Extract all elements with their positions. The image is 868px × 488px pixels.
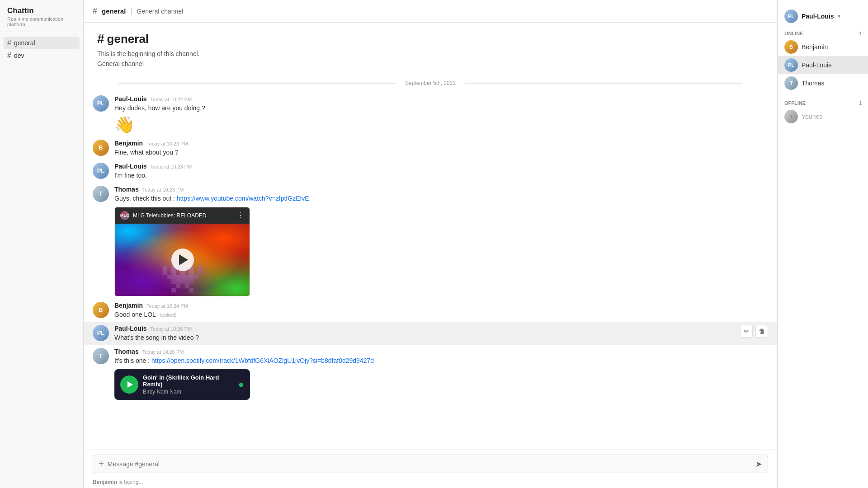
- typing-user: Benjamin: [93, 479, 117, 485]
- message-author: Paul-Louis: [114, 95, 147, 103]
- add-attachment-button[interactable]: +: [99, 459, 104, 469]
- spotify-info: Goin' In (Skrillex Goin Hard Remix) Bird…: [143, 374, 234, 395]
- delete-button[interactable]: 🗑: [755, 325, 768, 338]
- play-button[interactable]: [171, 249, 194, 271]
- message-header: Paul-Louis Today at 10:22 PM: [114, 95, 768, 103]
- message-header: Paul-Louis Today at 10:26 PM: [114, 325, 768, 332]
- message-content: Benjamin Today at 10:23 PM Fine, what ab…: [114, 140, 768, 157]
- avatar: PL: [93, 163, 109, 179]
- message-group: PL Paul-Louis Today at 10:23 PM I'm fine…: [84, 160, 777, 183]
- message-group: T Thomas Today at 10:23 PM Guys, check t…: [84, 183, 777, 299]
- app-subtitle: Real-time communication platform: [7, 16, 76, 27]
- message-group: B Benjamin Today at 10:23 PM Fine, what …: [84, 137, 777, 160]
- message-author: Paul-Louis: [114, 163, 147, 170]
- message-author: Benjamin: [114, 302, 143, 309]
- brand: Chattin Real-time communication platform: [0, 0, 83, 32]
- online-label: ONLINE: [784, 31, 803, 36]
- member-avatar: PL: [784, 58, 798, 72]
- member-item-benjamin[interactable]: B Benjamin: [778, 38, 868, 56]
- message-link[interactable]: https://www.youtube.com/watch?v=zIptfGzE…: [177, 195, 309, 202]
- message-text-prefix: It's this one :: [114, 357, 151, 364]
- message-author: Paul-Louis: [114, 325, 147, 332]
- message-text: What's the song in the video ?: [114, 333, 768, 343]
- message-content: Thomas Today at 10:23 PM Guys, check thi…: [114, 186, 768, 296]
- message-text: It's this one : https://open.spotify.com…: [114, 356, 768, 366]
- sidebar-channel-label: general: [14, 39, 35, 47]
- member-item-paul-louis[interactable]: PL Paul-Louis: [778, 56, 868, 74]
- spotify-play-button[interactable]: [120, 375, 138, 394]
- message-header: Benjamin Today at 10:23 PM: [114, 140, 768, 147]
- send-message-button[interactable]: ➤: [755, 459, 762, 469]
- sidebar-channel-label: dev: [14, 52, 24, 59]
- message-time: Today at 10:23 PM: [146, 141, 188, 146]
- message-time: Today at 10:26 PM: [151, 326, 192, 332]
- spotify-embed: Goin' In (Skrillex Goin Hard Remix) Bird…: [114, 369, 250, 400]
- chevron-down-icon: ▾: [838, 13, 840, 19]
- message-input-wrapper: + ➤: [93, 455, 768, 473]
- video-thumbnail[interactable]: 👾: [115, 224, 250, 296]
- member-name: Paul-Louis: [802, 61, 831, 69]
- member-avatar: T: [784, 76, 798, 90]
- offline-label: OFFLINE: [784, 100, 806, 106]
- message-group: PL Paul-Louis Today at 10:22 PM Hey dude…: [84, 93, 777, 137]
- message-content: Paul-Louis Today at 10:26 PM What's the …: [114, 325, 768, 343]
- channel-name: general: [102, 7, 126, 15]
- avatar: PL: [93, 95, 109, 112]
- channel-list: # general # dev: [0, 32, 83, 488]
- message-time: Today at 10:22 PM: [151, 97, 192, 102]
- member-item-thomas[interactable]: T Thomas: [778, 74, 868, 92]
- message-header: Thomas Today at 10:26 PM: [114, 348, 768, 355]
- message-time: Today at 10:23 PM: [151, 164, 192, 169]
- offline-count: 1: [859, 100, 862, 106]
- spotify-play-icon: [127, 381, 133, 388]
- spotify-artist-name: Birdy Nam Nam: [143, 389, 234, 395]
- message-text: I'm fine too.: [114, 171, 768, 180]
- video-title-row: MLG MLG Teletubbies: RELOADED: [120, 211, 207, 220]
- typing-text: is typing...: [118, 479, 143, 485]
- message-input-area: + ➤: [84, 450, 777, 478]
- app-name: Chattin: [7, 6, 76, 15]
- edited-tag: (edited): [160, 312, 176, 318]
- video-menu-icon[interactable]: ⋮: [237, 211, 244, 220]
- message-emoji: 👋: [114, 115, 768, 134]
- avatar: B: [93, 140, 109, 156]
- sidebar-item-dev[interactable]: # dev: [4, 49, 80, 62]
- message-link[interactable]: https://open.spotify.com/track/1WbfdfG6X…: [151, 357, 374, 364]
- message-author: Thomas: [114, 348, 139, 355]
- message-text: Hey dudes, how are you doing ?: [114, 103, 768, 113]
- message-content: Benjamin Today at 10:24 PM Good one LOL …: [114, 302, 768, 319]
- main-chat: # general | General channel # general Th…: [84, 0, 778, 488]
- member-name: Benjamin: [802, 43, 828, 51]
- edit-button[interactable]: ✏: [740, 325, 753, 338]
- message-time: Today at 10:26 PM: [142, 349, 184, 355]
- spotify-logo-icon: ●: [238, 379, 244, 390]
- channel-intro: # general This is the beginning of this …: [84, 23, 777, 74]
- member-avatar: B: [784, 40, 798, 54]
- message-input[interactable]: [108, 460, 752, 468]
- hash-icon: #: [7, 39, 11, 47]
- avatar: B: [93, 302, 109, 318]
- video-embed: MLG MLG Teletubbies: RELOADED ⋮ 👾: [114, 207, 250, 296]
- message-group: PL Paul-Louis Today at 10:26 PM What's t…: [84, 322, 777, 345]
- channel-intro-text2: General channel: [97, 59, 764, 69]
- current-user[interactable]: PL Paul-Louis ▾: [784, 9, 840, 23]
- video-embed-header: MLG MLG Teletubbies: RELOADED ⋮: [115, 207, 250, 224]
- offline-section-label: OFFLINE 1: [778, 97, 868, 108]
- message-time: Today at 10:23 PM: [142, 187, 184, 192]
- typing-indicator: Benjamin is typing...: [84, 478, 777, 488]
- message-text-content: Good one LOL: [114, 311, 156, 318]
- messages-container[interactable]: # general This is the beginning of this …: [84, 23, 777, 450]
- message-author: Benjamin: [114, 140, 143, 147]
- channel-header: # general | General channel: [84, 0, 777, 23]
- member-item-younes[interactable]: Y Younes: [778, 108, 868, 126]
- current-user-avatar: PL: [784, 9, 798, 23]
- member-avatar: Y: [784, 110, 798, 123]
- sidebar: Chattin Real-time communication platform…: [0, 0, 84, 488]
- message-content: Paul-Louis Today at 10:23 PM I'm fine to…: [114, 163, 768, 180]
- header-divider: |: [130, 7, 132, 15]
- sidebar-item-general[interactable]: # general: [4, 37, 80, 49]
- current-user-name: Paul-Louis: [802, 13, 834, 20]
- message-text: Fine, what about you ?: [114, 148, 768, 157]
- avatar: PL: [93, 325, 109, 341]
- channel-hash-icon: #: [93, 6, 97, 16]
